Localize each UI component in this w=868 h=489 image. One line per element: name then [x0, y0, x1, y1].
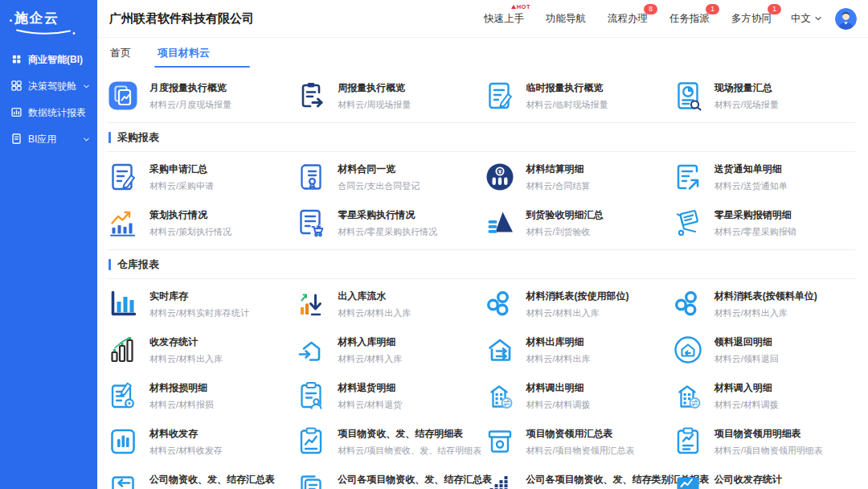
report-item-path: 材料云/零星采购报销 — [714, 226, 796, 238]
report-item[interactable]: 实时库存 材料云/材料实时库存统计 — [107, 288, 290, 320]
report-item-title: 项目物资领用汇总表 — [526, 425, 635, 440]
sidebar-item-decision-cockpit[interactable]: 决策驾驶舱 — [0, 73, 97, 100]
report-item-title: 材料出库明细 — [526, 334, 591, 348]
report-item[interactable]: 材料合同一览 合同云/支出合同登记 — [295, 161, 478, 193]
report-item-title: 零星采购报销明细 — [714, 207, 796, 221]
report-item[interactable]: ¥ 材料结算明细 材料云/合同结算 — [484, 161, 667, 193]
report-item-path: 材料云/材料出入库 — [714, 307, 817, 319]
sidebar-item-business-intelligence[interactable]: 商业智能(BI) — [0, 47, 97, 73]
report-item[interactable]: 策划执行情况 材料云/策划执行情况 — [107, 207, 290, 239]
dashboard-icon — [10, 80, 23, 94]
nav-label: 功能导航 — [546, 13, 586, 24]
outbound-house-icon — [484, 334, 516, 366]
company-stock-stats-panel-icon — [672, 471, 704, 489]
report-item[interactable]: 材料调出明细 材料云/材料调拨 — [484, 380, 667, 412]
report-item[interactable]: 临时报量执行概览 材料云/临时现场报量 — [484, 80, 667, 112]
sidebar-item-label: 商业智能(BI) — [28, 53, 90, 67]
report-item-title: 材料退货明细 — [338, 380, 402, 394]
report-item[interactable]: 零星采购执行情况 材料云/零星采购执行情况 — [295, 207, 478, 239]
report-item[interactable]: 公司收发存统计 材料云/公司收发存统计 — [672, 471, 855, 489]
report-item[interactable]: 收发存统计 材料云/材料出入库 — [107, 334, 290, 366]
report-grid-procurement-reports: 采购申请汇总 材料云/采购申请 材料合同一览 合同云/支出合同登记 ¥ 材料结算… — [107, 152, 855, 249]
report-item-path: 材料云/周现场报量 — [338, 99, 411, 111]
report-item-path: 材料云/材料收发存 — [149, 445, 223, 457]
report-item[interactable]: 零星采购报销明细 材料云/零星采购报销 — [672, 207, 855, 239]
report-item-title: 策划执行情况 — [149, 207, 231, 221]
header-nav: 快速上手HOT功能导航流程办理8任务指派1多方协同1 — [484, 12, 772, 26]
report-item[interactable]: 公司各项目物资收、发、结存汇总表 材料云/公司各项目物资收、发、结存汇总表 — [295, 471, 478, 489]
nav-multi-party-collaboration[interactable]: 多方协同1 — [731, 12, 772, 26]
nav-label: 流程办理 — [608, 13, 648, 24]
sidebar-item-bi-apps[interactable]: BI应用 — [0, 126, 97, 153]
temp-report-pen-icon — [484, 80, 516, 112]
sidebar-item-data-statistics-reports[interactable]: 数据统计报表 — [0, 100, 97, 126]
report-item[interactable]: 材料退货明细 材料云/材料退货 — [295, 380, 478, 412]
report-item[interactable]: 材料调入明细 材料云/材料调拨 — [672, 380, 855, 412]
report-item[interactable]: 领料退回明细 材料云/领料退回 — [672, 334, 855, 366]
company-name: 广州联君软件科技有限公司 — [109, 11, 484, 27]
sidebar: 施企云 商业智能(BI) 决策驾驶舱 数据统计报表 BI应用 — [0, 0, 97, 489]
report-item-path: 合同云/支出合同登记 — [338, 180, 420, 192]
consumption-pipes-icon — [672, 288, 704, 320]
tab-home[interactable]: 首页 — [110, 38, 131, 68]
report-item[interactable]: 材料收发存 材料云/材料收发存 — [107, 425, 290, 458]
report-item-path: 材料云/材料出库 — [526, 353, 591, 365]
report-item-title: 项目物资收、发、结存明细表 — [338, 425, 478, 440]
report-item[interactable]: 出入库流水 材料云/材料出入库 — [295, 288, 478, 320]
report-item[interactable]: 月度报量执行概览 材料云/月度现场报量 — [107, 80, 290, 112]
nav-label: 任务指派 — [669, 13, 710, 24]
report-item[interactable]: 送货通知单明细 材料云/送货通知单 — [672, 161, 855, 193]
report-item[interactable]: 采购申请汇总 材料云/采购申请 — [107, 161, 290, 193]
report-item-path: 材料云/项目物资领用明细表 — [714, 445, 823, 457]
category-summary-building-bars-icon — [484, 471, 516, 489]
report-item-title: 公司各项目物资收、发、结存汇总表 — [338, 471, 478, 486]
avatar-person-icon — [835, 8, 857, 30]
section-title: 采购报表 — [117, 130, 159, 145]
report-item[interactable]: 项目物资领用明细表 材料云/项目物资领用明细表 — [672, 425, 855, 458]
report-item[interactable]: 材料出库明细 材料云/材料出库 — [484, 334, 667, 366]
report-item[interactable]: 现场报量汇总 材料云/现场报量 — [672, 80, 855, 112]
monthly-report-chart-icon — [107, 80, 139, 112]
language-selector[interactable]: 中文 — [791, 12, 822, 26]
report-item-path: 材料云/材料报损 — [149, 399, 214, 411]
report-item-title: 材料报损明细 — [149, 380, 214, 394]
material-stock-panel-icon — [107, 425, 139, 458]
top-header: 广州联君软件科技有限公司 快速上手HOT功能导航流程办理8任务指派1多方协同1 … — [97, 0, 868, 38]
settlement-coins-icon: ¥ — [484, 161, 516, 193]
material-usage-detail-clipboard-icon — [672, 425, 704, 458]
report-item[interactable]: 材料消耗表(按领料单位) 材料云/材料出入库 — [672, 288, 855, 320]
report-item-path: 材料云/材料出入库 — [149, 353, 223, 365]
user-avatar[interactable] — [835, 8, 857, 30]
nav-feature-navigation[interactable]: 功能导航 — [546, 12, 586, 26]
nav-task-assignment[interactable]: 任务指派1 — [669, 12, 710, 26]
project-material-detail-clipboard-icon — [295, 425, 327, 458]
report-item[interactable]: 材料报损明细 材料云/材料报损 — [107, 380, 290, 412]
report-item[interactable]: 公司物资收、发、结存汇总表 材料云/公司物资收、发、结存汇总表 — [107, 471, 290, 489]
report-item-path: 材料云/材料调拨 — [526, 399, 591, 411]
logo-underline-swoosh — [14, 28, 77, 35]
main-area: 广州联君软件科技有限公司 快速上手HOT功能导航流程办理8任务指派1多方协同1 … — [97, 0, 868, 489]
weekly-clipboard-arrow-icon — [295, 80, 327, 112]
nav-quick-start[interactable]: 快速上手HOT — [484, 12, 524, 26]
report-item[interactable]: 材料消耗表(按使用部位) 材料云/材料出入库 — [484, 288, 667, 320]
nav-process-handling[interactable]: 流程办理8 — [608, 12, 648, 26]
report-item[interactable]: 项目物资收、发、结存明细表 材料云/项目物资收、发、结存明细表 — [295, 425, 478, 458]
tab-project-material-cloud[interactable]: 项目材料云 — [158, 38, 210, 68]
section-header-procurement-reports: 采购报表 — [107, 123, 855, 151]
report-item[interactable]: 项目物资领用汇总表 材料云/项目物资领用汇总表 — [484, 425, 667, 458]
report-item[interactable]: 周报量执行概览 材料云/周现场报量 — [295, 80, 478, 112]
transfer-out-building-icon — [484, 380, 516, 412]
material-contract-icon — [295, 161, 327, 193]
transfer-in-building-icon — [672, 380, 704, 412]
report-item-path: 材料云/策划执行情况 — [149, 226, 231, 238]
delivery-notice-doc-icon — [672, 161, 704, 193]
company-projects-summary-docs-icon — [295, 471, 327, 489]
report-item[interactable]: 到货验收明细汇总 材料云/到货验收 — [484, 207, 667, 239]
report-item[interactable]: 公司各项目物资收、发、结存类别汇总报表 材料云/公司各项目物资收、发、结存类别汇… — [484, 471, 667, 489]
sidebar-item-label: 决策驾驶舱 — [28, 80, 77, 93]
report-item[interactable]: 材料入库明细 材料云/材料入库 — [295, 334, 478, 366]
report-item-title: 材料结算明细 — [526, 161, 591, 175]
receive-send-stock-bars-icon — [107, 334, 139, 366]
app-logo[interactable]: 施企云 — [0, 0, 97, 47]
sidebar-item-label: BI应用 — [28, 133, 77, 146]
